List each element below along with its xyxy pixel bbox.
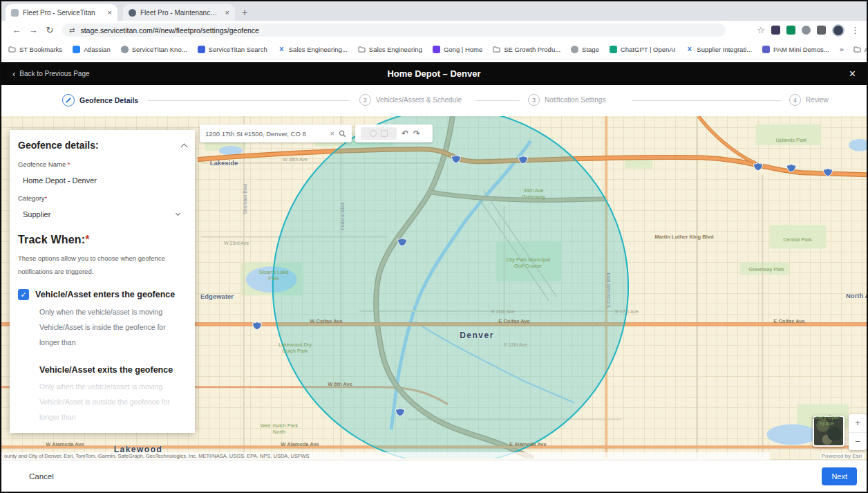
sub-option[interactable]: Vehicle/Asset is inside the geofence for… bbox=[39, 319, 186, 350]
search-input[interactable]: 1200 17th St #1500, Denver, CO 8 bbox=[205, 130, 326, 138]
exit-geofence-option[interactable]: Vehicle/Asset exits the geofence bbox=[39, 365, 187, 375]
zoom-in-button[interactable]: + bbox=[849, 414, 867, 433]
undo-icon[interactable]: ↶ bbox=[402, 129, 408, 138]
stepper-connector bbox=[632, 100, 781, 101]
bookmark-label: Gong | Home bbox=[444, 46, 482, 53]
draw-tools-disabled bbox=[361, 127, 397, 140]
bookmark-item[interactable]: ST Bookmarks bbox=[8, 46, 62, 53]
bookmark-item[interactable]: SE Growth Produ... bbox=[493, 46, 560, 53]
tab-favicon bbox=[11, 9, 19, 17]
sub-option[interactable]: Only when the vehicle/asset is moving bbox=[39, 379, 186, 394]
next-button[interactable]: Next bbox=[822, 467, 857, 485]
draw-polygon-tool-icon[interactable] bbox=[381, 130, 388, 137]
dot-icon bbox=[571, 46, 578, 53]
extension-icon[interactable] bbox=[802, 26, 811, 35]
close-icon[interactable]: × bbox=[849, 68, 856, 80]
url-text: stage.servicetitan.com/#/new/fleetpro/se… bbox=[80, 26, 259, 35]
bookmark-item[interactable]: Stage bbox=[571, 46, 599, 53]
map-search-box[interactable]: 1200 17th St #1500, Denver, CO 8 × bbox=[200, 124, 352, 142]
basemap-toggle[interactable] bbox=[813, 416, 845, 447]
zoom-out-button[interactable]: − bbox=[849, 433, 867, 451]
tab-fleet-pro[interactable]: Fleet Pro - ServiceTitan × bbox=[6, 4, 117, 21]
redo-icon[interactable]: ↷ bbox=[413, 129, 420, 138]
dot-icon bbox=[121, 46, 129, 53]
bookmark-item[interactable]: XSales Engineering... bbox=[278, 46, 348, 53]
all-bookmarks-button[interactable]: All Bookmarks bbox=[853, 46, 868, 53]
chevron-down-icon bbox=[176, 211, 180, 216]
bookmark-label: ServiceTitan Search bbox=[209, 46, 267, 53]
page-title: Home Depot – Denver bbox=[1, 68, 867, 79]
tab-maintenance[interactable]: Fleet Pro - Maintenance Re... × bbox=[123, 4, 235, 21]
clear-search-icon[interactable]: × bbox=[330, 129, 334, 138]
forward-icon[interactable]: → bbox=[25, 25, 41, 35]
bookmark-label: Stage bbox=[582, 46, 599, 53]
back-to-previous-page-link[interactable]: ‹ Back to Previous Page bbox=[12, 69, 90, 78]
sub-option[interactable]: Only when the vehicle/asset is moving bbox=[39, 304, 186, 319]
step-number: 4 bbox=[789, 94, 801, 106]
bookmark-label: ST Bookmarks bbox=[19, 46, 62, 53]
browser-menu-icon[interactable]: ⋮ bbox=[851, 25, 860, 35]
bookmark-item[interactable]: Atlassian bbox=[73, 46, 111, 53]
wizard-footer: Cancel Next bbox=[1, 460, 867, 492]
bookmark-label: Supplier Integrati... bbox=[697, 46, 752, 53]
folder-icon bbox=[493, 46, 500, 53]
bookmark-item[interactable]: PAM Mini Demos... bbox=[762, 46, 829, 53]
profile-avatar[interactable] bbox=[832, 24, 845, 37]
tab-close-icon[interactable]: × bbox=[108, 8, 112, 17]
stepper-step-review[interactable]: 4 Review bbox=[789, 94, 829, 106]
bookmark-item[interactable]: ChatGPT | OpenAI bbox=[610, 46, 675, 53]
browser-window: Fleet Pro - ServiceTitan × Fleet Pro - M… bbox=[0, 0, 868, 493]
bookmarks-overflow-icon[interactable]: » bbox=[840, 45, 844, 53]
step-label: Notification Settings bbox=[545, 96, 605, 104]
bookmark-label: Sales Engineering bbox=[369, 46, 422, 53]
square-icon bbox=[198, 46, 205, 53]
geofence-map[interactable]: 1200 17th St #1500, Denver, CO 8 × ↶ ↷ G… bbox=[1, 116, 867, 460]
category-select[interactable]: Supplier bbox=[23, 210, 187, 218]
powered-by-esri: Powered by Esri bbox=[820, 453, 864, 459]
square-icon bbox=[610, 46, 617, 53]
sub-option[interactable]: Vehicle/Asset is outside the geofence fo… bbox=[39, 394, 186, 425]
bookmark-label: ServiceTitan Kno... bbox=[132, 46, 187, 53]
bookmark-label: ChatGPT | OpenAI bbox=[621, 46, 675, 53]
draw-circle-tool-icon[interactable] bbox=[370, 130, 377, 137]
bookmark-item[interactable]: Gong | Home bbox=[433, 46, 482, 53]
browser-toolbar: ← → ↻ ⇄ stage.servicetitan.com/#/new/fle… bbox=[1, 21, 867, 39]
tab-favicon bbox=[129, 9, 136, 17]
enter-geofence-option[interactable]: ✓ Vehicle/Asset enters the geofence bbox=[18, 289, 187, 300]
extension-icon[interactable] bbox=[786, 26, 795, 35]
bookmark-item[interactable]: Sales Engineering bbox=[358, 46, 422, 53]
geofence-name-label: Geofence Name * bbox=[18, 160, 187, 168]
folder-icon bbox=[358, 46, 366, 53]
stepper-connector bbox=[148, 100, 350, 101]
collapse-chevron-icon[interactable] bbox=[181, 143, 188, 150]
new-tab-button[interactable]: + bbox=[242, 7, 247, 18]
tab-close-icon[interactable]: × bbox=[225, 8, 229, 17]
category-label: Category* bbox=[18, 194, 187, 202]
x-icon: X bbox=[278, 46, 285, 53]
bookmark-star-icon[interactable]: ☆ bbox=[757, 25, 765, 35]
folder-icon bbox=[853, 46, 861, 53]
stepper-step-notification-settings[interactable]: 3 Notification Settings bbox=[528, 94, 605, 106]
tab-title: Fleet Pro - Maintenance Re... bbox=[140, 9, 221, 17]
tab-strip: Fleet Pro - ServiceTitan × Fleet Pro - M… bbox=[1, 1, 867, 21]
search-icon[interactable] bbox=[339, 130, 346, 138]
bookmark-label: Sales Engineering... bbox=[289, 46, 348, 53]
back-chevron-icon: ‹ bbox=[12, 69, 15, 78]
bookmark-item[interactable]: ServiceTitan Search bbox=[198, 46, 267, 53]
site-info-icon[interactable]: ⇄ bbox=[69, 26, 75, 34]
geofence-name-input[interactable]: Home Depot - Denver bbox=[23, 176, 187, 185]
cancel-button[interactable]: Cancel bbox=[29, 472, 54, 481]
bookmark-item[interactable]: XSupplier Integrati... bbox=[686, 46, 752, 53]
back-icon[interactable]: ← bbox=[8, 25, 25, 35]
bookmark-item[interactable]: ServiceTitan Kno... bbox=[121, 46, 187, 53]
checkbox-checked-icon[interactable]: ✓ bbox=[18, 289, 29, 300]
stepper-step-vehicles-assets[interactable]: 2 Vehicles/Assets & Schedule bbox=[359, 94, 462, 106]
reload-icon[interactable]: ↻ bbox=[41, 25, 58, 35]
extension-icon[interactable] bbox=[817, 26, 826, 35]
wizard-stepper: Geofence Details 2 Vehicles/Assets & Sch… bbox=[1, 85, 867, 116]
stepper-step-geofence-details[interactable]: Geofence Details bbox=[62, 94, 138, 106]
tab-title: Fleet Pro - ServiceTitan bbox=[23, 9, 104, 17]
url-bar[interactable]: ⇄ stage.servicetitan.com/#/new/fleetpro/… bbox=[62, 24, 726, 37]
extension-icon[interactable] bbox=[771, 26, 780, 35]
folder-icon bbox=[8, 46, 16, 53]
